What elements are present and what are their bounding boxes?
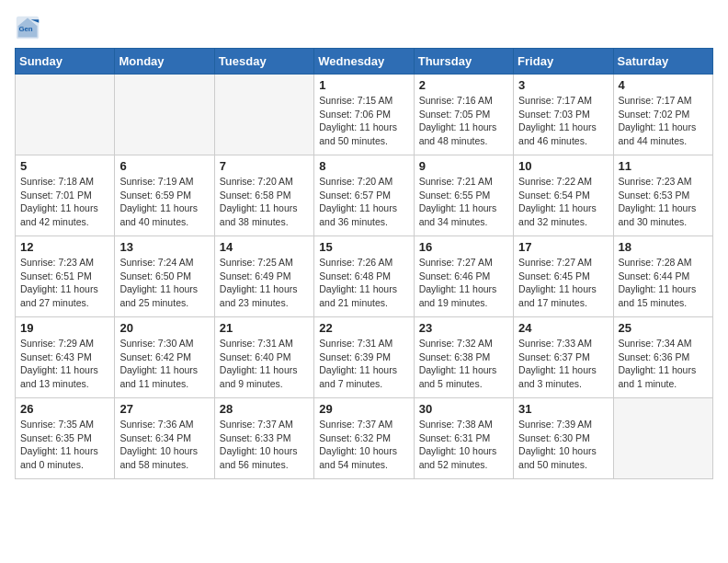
day-info: Sunrise: 7:34 AMSunset: 6:36 PMDaylight:… [619,337,708,391]
day-number: 15 [319,240,408,254]
day-number: 4 [619,78,708,92]
day-number: 30 [419,402,508,416]
day-number: 22 [319,321,408,335]
day-number: 20 [119,321,209,335]
day-number: 6 [119,159,209,173]
calendar-cell: 24Sunrise: 7:33 AMSunset: 6:37 PMDayligh… [514,317,613,398]
calendar-cell: 1Sunrise: 7:15 AMSunset: 7:06 PMDaylight… [314,75,414,155]
col-header-monday: Monday [115,49,214,75]
day-info: Sunrise: 7:20 AMSunset: 6:57 PMDaylight:… [319,175,408,229]
calendar-table: SundayMondayTuesdayWednesdayThursdayFrid… [15,48,713,479]
col-header-sunday: Sunday [16,49,115,75]
day-info: Sunrise: 7:18 AMSunset: 7:01 PMDaylight:… [20,175,109,229]
day-number: 21 [220,321,309,335]
day-number: 1 [319,78,408,92]
calendar-cell: 28Sunrise: 7:37 AMSunset: 6:33 PMDayligh… [214,398,313,479]
day-info: Sunrise: 7:23 AMSunset: 6:53 PMDaylight:… [619,175,708,229]
day-info: Sunrise: 7:37 AMSunset: 6:33 PMDaylight:… [220,418,309,472]
day-info: Sunrise: 7:16 AMSunset: 7:05 PMDaylight:… [419,94,508,148]
day-info: Sunrise: 7:29 AMSunset: 6:43 PMDaylight:… [20,337,109,391]
day-number: 17 [518,240,608,254]
week-row: 1Sunrise: 7:15 AMSunset: 7:06 PMDaylight… [16,75,713,155]
page-header: Gen [15,15,713,40]
calendar-cell: 12Sunrise: 7:23 AMSunset: 6:51 PMDayligh… [16,236,115,317]
calendar-cell: 18Sunrise: 7:28 AMSunset: 6:44 PMDayligh… [613,236,712,317]
calendar-cell [613,398,712,479]
day-info: Sunrise: 7:25 AMSunset: 6:49 PMDaylight:… [220,256,309,310]
day-info: Sunrise: 7:31 AMSunset: 6:40 PMDaylight:… [220,337,309,391]
calendar-cell: 2Sunrise: 7:16 AMSunset: 7:05 PMDaylight… [414,75,513,155]
day-number: 2 [419,78,508,92]
calendar-cell: 15Sunrise: 7:26 AMSunset: 6:48 PMDayligh… [314,236,414,317]
calendar-cell: 16Sunrise: 7:27 AMSunset: 6:46 PMDayligh… [414,236,513,317]
day-number: 28 [220,402,309,416]
calendar-cell: 29Sunrise: 7:37 AMSunset: 6:32 PMDayligh… [314,398,414,479]
day-info: Sunrise: 7:22 AMSunset: 6:54 PMDaylight:… [518,175,608,229]
day-info: Sunrise: 7:17 AMSunset: 7:02 PMDaylight:… [619,94,708,148]
col-header-thursday: Thursday [414,49,513,75]
day-info: Sunrise: 7:38 AMSunset: 6:31 PMDaylight:… [419,418,508,472]
day-info: Sunrise: 7:20 AMSunset: 6:58 PMDaylight:… [220,175,309,229]
day-number: 13 [119,240,209,254]
week-row: 19Sunrise: 7:29 AMSunset: 6:43 PMDayligh… [16,317,713,398]
day-info: Sunrise: 7:21 AMSunset: 6:55 PMDaylight:… [419,175,508,229]
calendar-cell: 3Sunrise: 7:17 AMSunset: 7:03 PMDaylight… [514,75,613,155]
col-header-wednesday: Wednesday [314,49,414,75]
calendar-cell: 11Sunrise: 7:23 AMSunset: 6:53 PMDayligh… [613,155,712,236]
calendar-cell: 4Sunrise: 7:17 AMSunset: 7:02 PMDaylight… [613,75,712,155]
day-number: 8 [319,159,408,173]
week-row: 5Sunrise: 7:18 AMSunset: 7:01 PMDaylight… [16,155,713,236]
calendar-cell: 9Sunrise: 7:21 AMSunset: 6:55 PMDaylight… [414,155,513,236]
day-number: 14 [220,240,309,254]
day-number: 19 [20,321,109,335]
day-info: Sunrise: 7:24 AMSunset: 6:50 PMDaylight:… [119,256,209,310]
day-info: Sunrise: 7:27 AMSunset: 6:46 PMDaylight:… [419,256,508,310]
calendar-cell: 5Sunrise: 7:18 AMSunset: 7:01 PMDaylight… [16,155,115,236]
day-info: Sunrise: 7:33 AMSunset: 6:37 PMDaylight:… [518,337,608,391]
day-info: Sunrise: 7:15 AMSunset: 7:06 PMDaylight:… [319,94,408,148]
day-number: 26 [20,402,109,416]
calendar-cell: 21Sunrise: 7:31 AMSunset: 6:40 PMDayligh… [214,317,313,398]
day-info: Sunrise: 7:19 AMSunset: 6:59 PMDaylight:… [119,175,209,229]
day-info: Sunrise: 7:37 AMSunset: 6:32 PMDaylight:… [319,418,408,472]
day-info: Sunrise: 7:36 AMSunset: 6:34 PMDaylight:… [119,418,209,472]
calendar-cell: 22Sunrise: 7:31 AMSunset: 6:39 PMDayligh… [314,317,414,398]
calendar-cell [16,75,115,155]
calendar-cell [115,75,214,155]
calendar-cell: 17Sunrise: 7:27 AMSunset: 6:45 PMDayligh… [514,236,613,317]
day-number: 12 [20,240,109,254]
calendar-cell [214,75,313,155]
day-number: 7 [220,159,309,173]
week-row: 12Sunrise: 7:23 AMSunset: 6:51 PMDayligh… [16,236,713,317]
day-info: Sunrise: 7:39 AMSunset: 6:30 PMDaylight:… [518,418,608,472]
day-info: Sunrise: 7:28 AMSunset: 6:44 PMDaylight:… [619,256,708,310]
calendar-cell: 14Sunrise: 7:25 AMSunset: 6:49 PMDayligh… [214,236,313,317]
day-number: 27 [119,402,209,416]
day-number: 23 [419,321,508,335]
day-number: 16 [419,240,508,254]
calendar-header-row: SundayMondayTuesdayWednesdayThursdayFrid… [16,49,713,75]
calendar-cell: 6Sunrise: 7:19 AMSunset: 6:59 PMDaylight… [115,155,214,236]
logo-icon: Gen [15,15,40,40]
day-info: Sunrise: 7:30 AMSunset: 6:42 PMDaylight:… [119,337,209,391]
col-header-saturday: Saturday [613,49,712,75]
logo: Gen [15,15,44,40]
calendar-cell: 19Sunrise: 7:29 AMSunset: 6:43 PMDayligh… [16,317,115,398]
day-number: 24 [518,321,608,335]
col-header-tuesday: Tuesday [214,49,313,75]
col-header-friday: Friday [514,49,613,75]
calendar-cell: 8Sunrise: 7:20 AMSunset: 6:57 PMDaylight… [314,155,414,236]
calendar-cell: 31Sunrise: 7:39 AMSunset: 6:30 PMDayligh… [514,398,613,479]
calendar-cell: 13Sunrise: 7:24 AMSunset: 6:50 PMDayligh… [115,236,214,317]
calendar-cell: 23Sunrise: 7:32 AMSunset: 6:38 PMDayligh… [414,317,513,398]
day-number: 25 [619,321,708,335]
day-info: Sunrise: 7:17 AMSunset: 7:03 PMDaylight:… [518,94,608,148]
day-number: 18 [619,240,708,254]
day-info: Sunrise: 7:31 AMSunset: 6:39 PMDaylight:… [319,337,408,391]
day-info: Sunrise: 7:23 AMSunset: 6:51 PMDaylight:… [20,256,109,310]
day-number: 31 [518,402,608,416]
calendar-cell: 20Sunrise: 7:30 AMSunset: 6:42 PMDayligh… [115,317,214,398]
day-info: Sunrise: 7:35 AMSunset: 6:35 PMDaylight:… [20,418,109,472]
day-number: 10 [518,159,608,173]
calendar-cell: 27Sunrise: 7:36 AMSunset: 6:34 PMDayligh… [115,398,214,479]
